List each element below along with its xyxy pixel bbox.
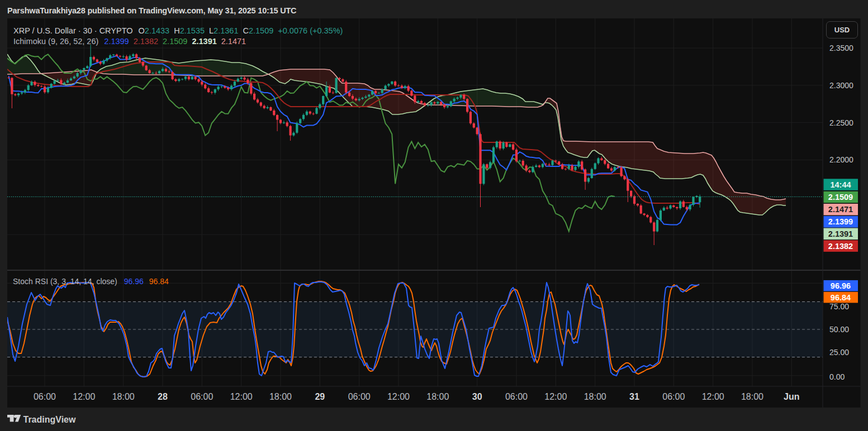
svg-text:06:00: 06:00 [34, 392, 56, 401]
svg-text:96.96: 96.96 [831, 281, 851, 290]
svg-text:12:00: 12:00 [387, 392, 410, 401]
svg-text:18:00: 18:00 [741, 392, 763, 401]
svg-text:28: 28 [158, 392, 168, 401]
svg-text:2.1382: 2.1382 [828, 242, 853, 251]
svg-text:14:44: 14:44 [830, 180, 851, 189]
svg-text:2.1509: 2.1509 [828, 193, 853, 202]
svg-text:2.3000: 2.3000 [829, 81, 853, 90]
svg-text:12:00: 12:00 [73, 392, 95, 401]
svg-text:2.3500: 2.3500 [829, 44, 853, 52]
svg-text:18:00: 18:00 [584, 392, 606, 401]
svg-text:12:00: 12:00 [230, 392, 253, 401]
svg-text:12:00: 12:00 [702, 392, 724, 401]
svg-text:06:00: 06:00 [348, 392, 371, 401]
svg-text:18:00: 18:00 [269, 392, 292, 401]
svg-text:2.2000: 2.2000 [829, 155, 853, 164]
svg-text:2.1399: 2.1399 [828, 217, 853, 226]
svg-text:30: 30 [472, 392, 482, 401]
svg-text:12:00: 12:00 [544, 392, 567, 401]
svg-text:06:00: 06:00 [191, 392, 213, 401]
svg-text:18:00: 18:00 [112, 392, 135, 401]
svg-text:31: 31 [629, 392, 639, 401]
svg-text:18:00: 18:00 [426, 392, 449, 401]
svg-text:50.00: 50.00 [829, 325, 849, 334]
svg-text:Jun: Jun [784, 392, 799, 401]
svg-text:2.1391: 2.1391 [828, 229, 853, 238]
svg-text:06:00: 06:00 [662, 392, 685, 401]
svg-text:25.00: 25.00 [829, 348, 849, 357]
svg-text:2.1471: 2.1471 [828, 205, 853, 214]
svg-text:0.00: 0.00 [829, 372, 845, 381]
svg-text:75.00: 75.00 [829, 302, 849, 311]
svg-text:96.84: 96.84 [831, 293, 851, 302]
svg-text:06:00: 06:00 [505, 392, 528, 401]
svg-text:29: 29 [315, 392, 325, 401]
svg-text:XRP / U.S. Dollar · 30 · CRYPT: XRP / U.S. Dollar · 30 · CRYPTOO2.1433H2… [13, 26, 343, 35]
svg-text:2.2500: 2.2500 [829, 118, 853, 127]
